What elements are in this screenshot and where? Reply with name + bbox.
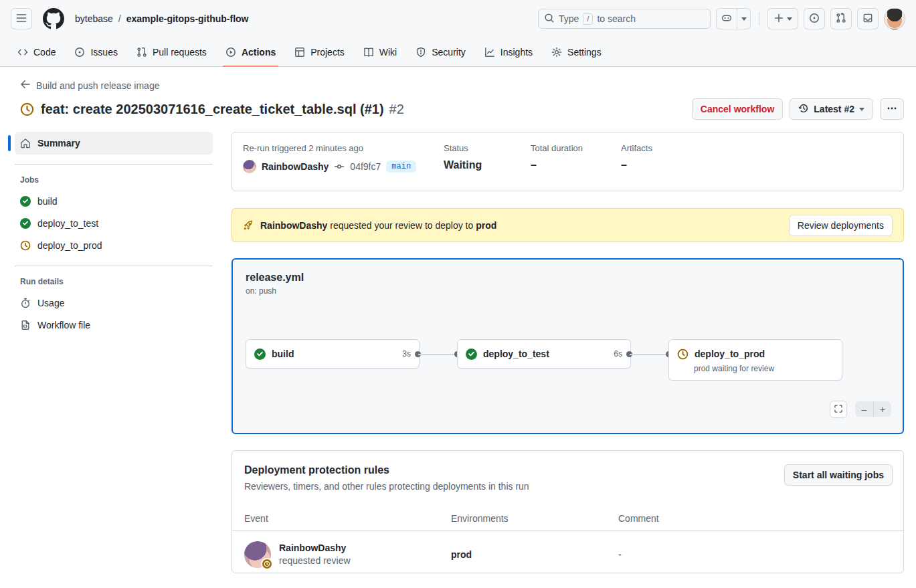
tab-security[interactable]: Security — [409, 37, 472, 66]
sidebar-item-label: Summary — [37, 138, 80, 149]
start-all-waiting-jobs-button[interactable]: Start all waiting jobs — [784, 464, 893, 486]
run-main: Re-run triggered 2 minutes ago RainbowDa… — [232, 132, 904, 573]
sidebar-divider — [15, 266, 213, 266]
inbox-button[interactable] — [857, 8, 879, 29]
arrow-left-icon — [20, 79, 31, 92]
copilot-button[interactable] — [716, 8, 737, 29]
graph-node-deploy-to-prod[interactable]: deploy_to_prod prod waiting for review — [668, 339, 842, 381]
graph-node-duration: 3s — [402, 349, 411, 359]
actor-avatar[interactable] — [243, 160, 256, 173]
column-environments: Environments — [451, 513, 618, 524]
sidebar-divider — [15, 164, 213, 165]
waiting-clock-icon — [20, 240, 31, 251]
run-options-button[interactable] — [880, 98, 904, 120]
search-placeholder-suffix: to search — [597, 13, 636, 24]
search-placeholder-prefix: Type — [559, 13, 579, 24]
sidebar-item-label: Usage — [37, 298, 64, 308]
sidebar-job-deploy-to-prod[interactable]: deploy_to_prod — [15, 234, 213, 256]
tab-code[interactable]: Code — [11, 37, 62, 66]
fullscreen-icon — [834, 404, 843, 415]
latest-run-button[interactable]: Latest #2 — [790, 98, 873, 120]
back-link[interactable]: Build and push release image — [20, 79, 159, 92]
copilot-icon — [721, 13, 732, 25]
graph-node-build[interactable]: build 3s — [246, 339, 420, 369]
sidebar-job-build[interactable]: build — [15, 190, 213, 212]
tab-issues[interactable]: Issues — [68, 37, 124, 66]
rocket-icon — [243, 220, 254, 231]
commit-sha[interactable]: 04f9fc7 — [350, 161, 381, 172]
check-circle-icon — [20, 218, 31, 229]
waiting-clock-icon — [20, 102, 34, 116]
run-sidebar: Summary Jobs build deploy_to_test deploy… — [11, 132, 232, 573]
git-commit-icon — [334, 161, 345, 172]
create-new-button[interactable] — [767, 8, 798, 29]
reviewer-name[interactable]: RainbowDashy — [279, 543, 351, 553]
reviewer-avatar[interactable] — [244, 541, 271, 568]
run-details-heading: Run details — [15, 276, 232, 288]
tab-settings[interactable]: Settings — [545, 37, 608, 66]
table-icon — [294, 47, 305, 58]
graph-node-name: deploy_to_prod — [695, 349, 765, 359]
fullscreen-button[interactable] — [830, 401, 847, 418]
graph-icon — [484, 47, 495, 58]
sidebar-item-summary[interactable]: Summary — [15, 132, 213, 155]
issue-opened-icon — [809, 13, 820, 25]
duration-label: Total duration — [531, 143, 621, 153]
waiting-clock-icon — [677, 349, 689, 360]
user-avatar[interactable] — [884, 8, 905, 29]
search-icon — [544, 13, 555, 25]
banner-target-env: prod — [476, 220, 496, 231]
cancel-workflow-button[interactable]: Cancel workflow — [692, 98, 783, 120]
chevron-down-icon — [787, 17, 792, 21]
hamburger-menu-button[interactable] — [11, 8, 32, 29]
banner-actor: RainbowDashy — [260, 220, 327, 231]
issues-button[interactable] — [804, 8, 825, 29]
tab-projects[interactable]: Projects — [288, 37, 351, 66]
run-title: feat: create 202503071616_create_ticket_… — [41, 102, 384, 117]
tab-wiki[interactable]: Wiki — [357, 37, 403, 66]
protection-rules-title: Deployment protection rules — [244, 464, 529, 476]
slash-key-hint: / — [583, 13, 593, 25]
sidebar-item-workflow-file[interactable]: Workflow file — [15, 314, 213, 336]
pull-requests-button[interactable] — [830, 8, 852, 29]
tab-label: Pull requests — [153, 47, 207, 58]
home-icon — [20, 138, 31, 149]
history-icon — [798, 103, 809, 116]
tab-label: Insights — [500, 47, 533, 58]
workflow-trigger: on: push — [246, 286, 304, 296]
branch-badge[interactable]: main — [386, 161, 416, 173]
tab-pull-requests[interactable]: Pull requests — [130, 37, 213, 66]
tab-insights[interactable]: Insights — [478, 37, 539, 66]
graph-node-deploy-to-test[interactable]: deploy_to_test 6s — [457, 339, 631, 369]
workflow-graph-card[interactable]: release.yml on: push build 3s — [232, 258, 904, 434]
zoom-out-button[interactable]: – — [855, 401, 874, 417]
tab-actions[interactable]: Actions — [219, 37, 282, 66]
table-row: RainbowDashy requested review prod - — [232, 531, 903, 577]
header-divider — [759, 12, 759, 25]
tab-label: Issues — [90, 47, 117, 58]
protection-rules-subtitle: Reviewers, timers, and other rules prote… — [244, 481, 529, 492]
tab-label: Settings — [567, 47, 602, 58]
shield-icon — [416, 47, 426, 58]
copilot-dropdown-button[interactable] — [737, 8, 751, 29]
zoom-in-button[interactable]: + — [874, 401, 892, 417]
trigger-text: Re-run triggered 2 minutes ago — [243, 143, 444, 153]
actor-name[interactable]: RainbowDashy — [262, 161, 329, 172]
banner-text-body: requested your review to deploy to — [330, 220, 473, 231]
chevron-down-icon — [741, 17, 747, 21]
github-logo[interactable] — [43, 8, 64, 29]
waiting-clock-badge-icon — [261, 558, 273, 570]
sidebar-item-usage[interactable]: Usage — [15, 292, 213, 314]
breadcrumb-repo[interactable]: example-gitops-github-flow — [126, 13, 249, 24]
sidebar-job-deploy-to-test[interactable]: deploy_to_test — [15, 212, 213, 234]
inbox-icon — [862, 13, 873, 25]
code-icon — [17, 47, 28, 58]
run-number: #2 — [389, 102, 404, 117]
review-deployments-button[interactable]: Review deployments — [789, 215, 893, 236]
duration-value: – — [531, 159, 621, 171]
graph-node-note: prod waiting for review — [669, 364, 842, 380]
breadcrumb-owner[interactable]: bytebase — [75, 13, 113, 24]
global-header: bytebase / example-gitops-github-flow Ty… — [0, 0, 916, 37]
search-input[interactable]: Type / to search — [538, 9, 711, 29]
sidebar-job-label: deploy_to_prod — [37, 240, 102, 251]
